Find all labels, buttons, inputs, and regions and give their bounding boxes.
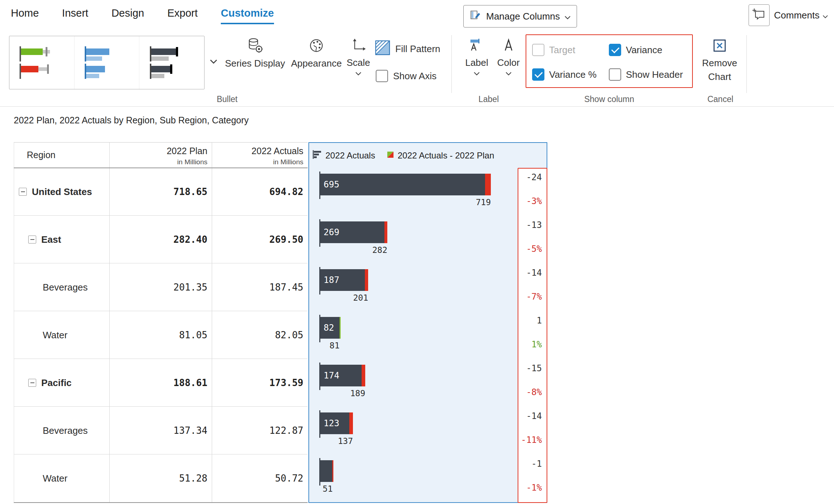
tab-customize[interactable]: Customize	[221, 7, 274, 24]
variance-tip	[485, 174, 491, 195]
target-checkbox[interactable]: Target	[532, 44, 575, 56]
manage-columns-label: Manage Columns	[486, 11, 560, 22]
plan-value-label: 51	[319, 484, 333, 494]
variance-cell: -13 -5%	[518, 216, 547, 264]
actual-bar-label: 123	[320, 412, 349, 434]
actual-bar-label: 187	[320, 269, 365, 291]
actual-bar[interactable]: 123	[320, 412, 349, 434]
collapse-row-icon[interactable]	[28, 379, 36, 387]
tab-export[interactable]: Export	[167, 7, 198, 24]
remove-chart-label-1: Remove	[702, 57, 737, 69]
series-display-button[interactable]: Series Display	[222, 37, 288, 69]
bullet-style-blue-icon	[80, 43, 134, 82]
legend-variance-label: 2022 Actuals - 2022 Plan	[397, 151, 494, 161]
remove-chart-button[interactable]: Remove Chart	[698, 37, 741, 82]
table-row: East 282.40 269.50	[14, 216, 308, 263]
collapse-row-icon[interactable]	[19, 188, 27, 196]
actual-bar-label: 82	[320, 317, 340, 339]
variance-cell: -1 -1%	[518, 455, 547, 503]
scale-axis-icon	[350, 37, 366, 54]
bullet-bar-row: 123 137	[319, 407, 515, 455]
actual-bar-label: 695	[320, 174, 485, 195]
bullet-bar-row: 187 201	[319, 264, 515, 312]
actual-bar[interactable]: 82	[320, 317, 340, 339]
group-label-cancel: Cancel	[695, 94, 746, 104]
manage-columns-button[interactable]: Manage Columns	[463, 5, 577, 27]
plan-value: 718.65	[109, 168, 212, 216]
plan-value: 51.28	[109, 454, 212, 502]
app-window: Home Insert Design Export Customize Mana…	[0, 0, 834, 504]
show-header-checkbox[interactable]: Show Header	[609, 68, 683, 81]
bullet-chart-panel[interactable]: 2022 Actuals 2022 Actuals - 2022 Plan 69…	[308, 142, 547, 503]
region-label: Beverages	[43, 282, 88, 293]
variance-percent: 1%	[531, 339, 542, 350]
region-label: Beverages	[43, 425, 88, 436]
fill-pattern-button[interactable]: Fill Pattern	[375, 40, 440, 58]
column-unit-label: in Millions	[273, 158, 303, 166]
scale-button[interactable]: Scale	[342, 37, 375, 77]
actuals-value: 269.50	[212, 216, 308, 263]
bullet-bar-row: 695 719	[319, 169, 515, 216]
chart-style-option-1[interactable]	[9, 36, 75, 89]
plan-value-label: 189	[319, 389, 365, 398]
variance-percent-label: Variance %	[549, 69, 597, 80]
group-label-show-column: Show column	[526, 94, 693, 104]
tab-insert[interactable]: Insert	[62, 7, 88, 24]
appearance-button[interactable]: Appearance	[289, 37, 344, 69]
report-table: Region 2022 Plan in Millions 2022 Actual…	[14, 142, 547, 503]
show-axis-label: Show Axis	[393, 71, 437, 82]
comments-label: Comments	[774, 10, 820, 21]
actual-bar[interactable]: 187	[320, 269, 365, 291]
variance-checkbox[interactable]: Variance	[609, 44, 662, 56]
add-comment-button[interactable]	[749, 4, 770, 26]
tab-home[interactable]: Home	[11, 7, 39, 24]
bullet-style-gray-icon	[145, 43, 199, 82]
variance-percent: -3%	[526, 196, 542, 206]
label-button-label: Label	[465, 57, 488, 68]
legend-actuals-label: 2022 Actuals	[325, 151, 375, 161]
region-label: Water	[43, 330, 67, 341]
actual-bar[interactable]	[320, 460, 332, 482]
variance-value: 1	[537, 315, 542, 326]
actuals-value: 50.72	[212, 454, 308, 502]
label-button[interactable]: Label	[457, 37, 497, 77]
fill-pattern-label: Fill Pattern	[395, 43, 440, 55]
collapse-row-icon[interactable]	[28, 236, 36, 243]
checkbox-icon	[532, 44, 544, 56]
actual-bar[interactable]: 269	[320, 221, 384, 243]
table-row: Water 51.28 50.72	[14, 454, 308, 502]
variance-cell: 1 1%	[518, 312, 547, 360]
bullet-style-green-red-icon	[14, 43, 69, 82]
chart-style-option-2[interactable]	[75, 36, 140, 89]
tab-design[interactable]: Design	[111, 7, 144, 24]
actual-bar[interactable]: 174	[320, 365, 362, 386]
variance-tip	[349, 412, 353, 434]
group-label-bullet: Bullet	[9, 94, 445, 104]
show-axis-checkbox[interactable]: Show Axis	[376, 70, 437, 82]
label-bar-icon	[469, 37, 485, 54]
variance-tip	[384, 221, 387, 243]
column-header-region: Region	[14, 142, 109, 168]
chart-style-option-3[interactable]	[139, 36, 204, 89]
variance-percent: -7%	[526, 292, 542, 302]
region-cell: Pacific	[14, 359, 109, 407]
plan-value: 81.05	[109, 311, 212, 359]
checkbox-icon	[532, 68, 544, 81]
comments-button[interactable]: Comments	[774, 10, 828, 21]
color-button[interactable]: Color	[493, 37, 524, 77]
actual-bar[interactable]: 695	[320, 174, 485, 195]
plan-value: 188.61	[109, 359, 212, 407]
checkbox-icon	[609, 68, 621, 81]
remove-chart-icon	[711, 37, 728, 55]
scale-label: Scale	[346, 57, 370, 68]
comments-control: Comments	[749, 4, 828, 26]
variance-percent-checkbox[interactable]: Variance %	[532, 68, 597, 81]
plan-value: 137.34	[109, 407, 212, 454]
variance-cell: -14 -11%	[518, 407, 547, 455]
actuals-value: 187.45	[212, 263, 308, 311]
appearance-palette-icon	[308, 37, 325, 55]
region-cell: Beverages	[14, 263, 109, 311]
region-label: Water	[43, 473, 67, 484]
region-cell: East	[14, 216, 109, 263]
gallery-expand-button[interactable]	[207, 55, 220, 69]
